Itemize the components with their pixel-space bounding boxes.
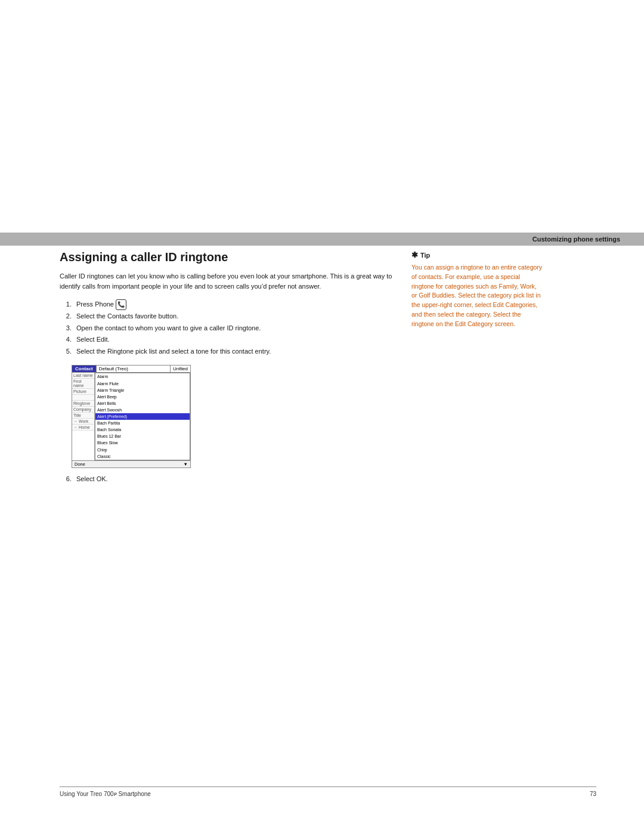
dropdown-item-bachsonata: Bach Sonata xyxy=(95,426,190,433)
label-firstname: First name xyxy=(72,379,94,389)
tip-text: You can assign a ringtone to an entire c… xyxy=(411,263,543,329)
left-column: Assigning a caller ID ringtone Caller ID… xyxy=(60,250,394,493)
step-4: 4. Select Edit. xyxy=(60,335,394,345)
label-ringtone: Ringtone xyxy=(72,401,94,407)
label-work: → Work xyxy=(72,419,94,425)
main-content: Assigning a caller ID ringtone Caller ID… xyxy=(60,250,596,761)
phone-dropdown-col: Alarm Alarm Flute Alarm Triangle Alert B… xyxy=(95,373,190,460)
phone-footer-done: Done xyxy=(75,462,85,467)
tip-column: ✱ Tip You can assign a ringtone to an en… xyxy=(411,250,543,329)
tip-header: ✱ Tip xyxy=(411,250,543,259)
label-spacer xyxy=(72,395,94,401)
page-title: Assigning a caller ID ringtone xyxy=(60,250,394,264)
dropdown-item-bachpartita: Bach Partita xyxy=(95,420,190,426)
step-text-4: Select Edit. xyxy=(76,335,110,345)
step-text-2: Select the Contacts favorite button. xyxy=(76,311,178,322)
label-company: Company xyxy=(72,407,94,413)
steps-list-2: 6. Select OK. xyxy=(60,474,394,485)
dropdown-item-alertswoosh: Alert Swoosh xyxy=(95,407,190,413)
phone-header-right: Unfiled xyxy=(171,366,190,372)
label-home: → Home xyxy=(72,425,94,431)
step-2: 2. Select the Contacts favorite button. xyxy=(60,311,394,322)
phone-dropdown: Alarm Alarm Flute Alarm Triangle Alert B… xyxy=(95,373,190,460)
step-num-6: 6. xyxy=(60,474,72,485)
step-num-5: 5. xyxy=(60,346,72,357)
dropdown-item-alertpreferred: Alert (Preferred) xyxy=(95,413,190,420)
label-lastname: Last name xyxy=(72,373,94,379)
step-num-3: 3. xyxy=(60,323,72,334)
phone-header-mid: Default (Treo) xyxy=(96,366,171,372)
dropdown-item-alarm: Alarm xyxy=(95,373,190,380)
section-title: Customizing phone settings xyxy=(532,236,620,243)
step-5: 5. Select the Ringtone pick list and sel… xyxy=(60,346,394,357)
footer-left-text: Using Your Treo 700ᴘ Smartphone xyxy=(60,791,151,797)
dropdown-item-bluesslow: Blues Slow xyxy=(95,439,190,446)
phone-icon: 📞 xyxy=(116,299,126,310)
step-3: 3. Open the contact to whom you want to … xyxy=(60,323,394,334)
step-num-4: 4. xyxy=(60,335,72,345)
step-num-2: 2. xyxy=(60,311,72,322)
label-picture: Picture xyxy=(72,389,94,395)
dropdown-item-blues12bar: Blues 12 Bar xyxy=(95,433,190,439)
dropdown-item-chirp: Chirp xyxy=(95,447,190,453)
step-text-6: Select OK. xyxy=(76,474,108,485)
step-6: 6. Select OK. xyxy=(60,474,394,485)
dropdown-item-alertbells: Alert Bells xyxy=(95,400,190,407)
tip-star-icon: ✱ xyxy=(411,250,418,259)
phone-ui-screenshot: Contact Default (Treo) Unfiled Last name… xyxy=(72,365,191,467)
step-text-5: Select the Ringtone pick list and select… xyxy=(76,346,271,357)
body-paragraph: Caller ID ringtones can let you know who… xyxy=(60,271,394,291)
phone-ui-header: Contact Default (Treo) Unfiled xyxy=(72,366,190,373)
step-text-1: Press Phone 📞 xyxy=(76,299,126,310)
footer-page-number: 73 xyxy=(590,791,596,797)
phone-header-tab: Contact xyxy=(72,366,96,372)
phone-footer-scroll: ▼ xyxy=(184,462,188,467)
label-title: Title xyxy=(72,413,94,419)
steps-list: 1. Press Phone 📞 2. Select the Contacts … xyxy=(60,299,394,357)
phone-contact-rows: Last name First name Picture Ringtone Co… xyxy=(72,373,190,460)
section-header-bar: Customizing phone settings xyxy=(0,233,644,246)
dropdown-item-alarmflute: Alarm Flute xyxy=(95,380,190,387)
phone-footer: Done ▼ xyxy=(72,460,190,467)
tip-header-label: Tip xyxy=(420,252,430,259)
page-footer: Using Your Treo 700ᴘ Smartphone 73 xyxy=(60,786,596,797)
dropdown-item-classic: Classic xyxy=(95,453,190,460)
step-1: 1. Press Phone 📞 xyxy=(60,299,394,310)
step-text-3: Open the contact to whom you want to giv… xyxy=(76,323,261,334)
step-num-1: 1. xyxy=(60,299,72,310)
phone-label-col: Last name First name Picture Ringtone Co… xyxy=(72,373,95,460)
dropdown-item-alarmtriangle: Alarm Triangle xyxy=(95,387,190,394)
dropdown-item-alertbeep: Alert Beep xyxy=(95,394,190,400)
